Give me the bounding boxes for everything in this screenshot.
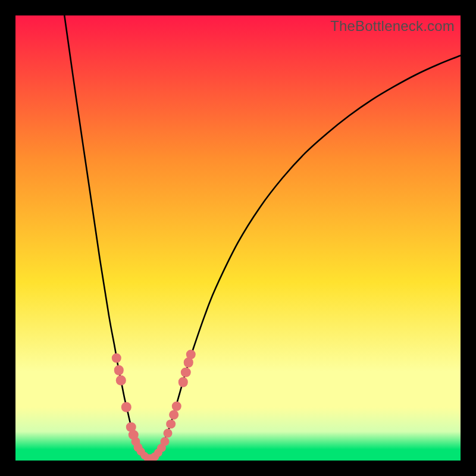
data-point: [160, 437, 169, 446]
data-point: [163, 428, 172, 437]
watermark-text: TheBottleneck.com: [330, 18, 455, 35]
curve-right-arm: [149, 55, 461, 459]
chart-plot-area: TheBottleneck.com: [15, 15, 461, 461]
data-point: [169, 410, 178, 419]
data-point: [166, 419, 176, 429]
chart-frame: TheBottleneck.com: [0, 0, 476, 476]
v-curve: [15, 15, 461, 461]
curve-left-arm: [64, 15, 149, 459]
